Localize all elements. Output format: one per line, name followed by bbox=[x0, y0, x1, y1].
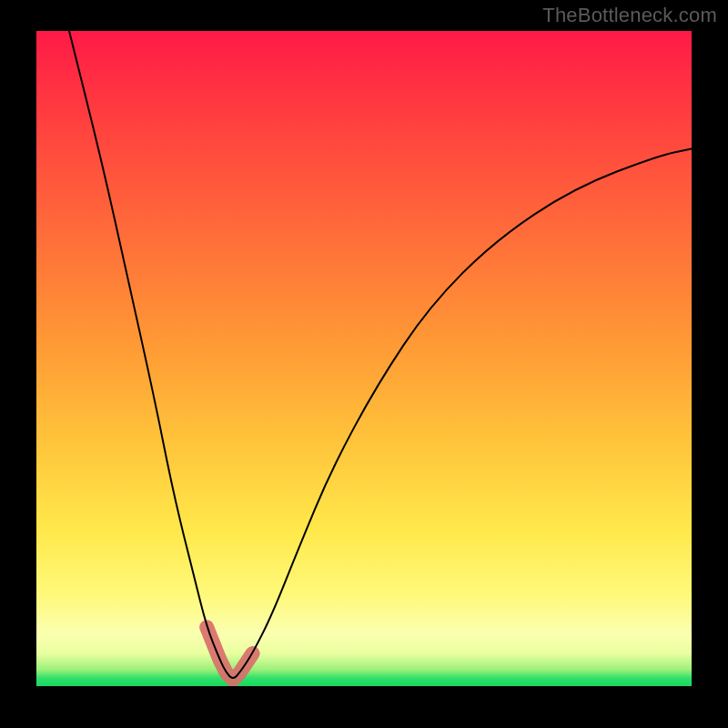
bottleneck-curve-line bbox=[69, 31, 692, 678]
plot-area bbox=[36, 31, 692, 686]
dip-accent-icon bbox=[207, 627, 252, 680]
chart-stage: TheBottleneck.com bbox=[0, 0, 728, 728]
curve-layer bbox=[36, 31, 692, 686]
watermark-text: TheBottleneck.com bbox=[542, 4, 717, 27]
